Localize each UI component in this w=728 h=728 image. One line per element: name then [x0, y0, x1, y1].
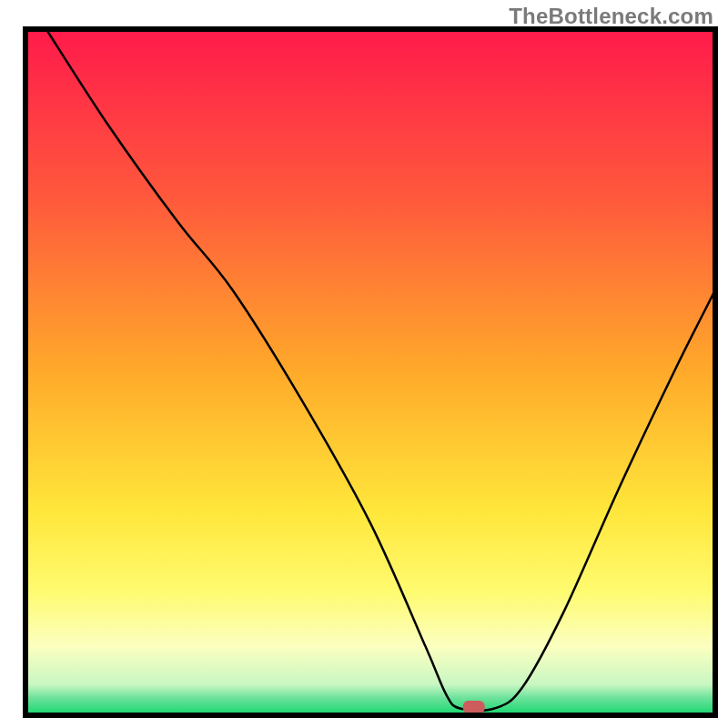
- plot-background: [25, 29, 715, 715]
- bottleneck-chart: [0, 0, 728, 728]
- optimal-marker: [463, 701, 485, 713]
- watermark-text: TheBottleneck.com: [509, 4, 713, 29]
- chart-container: TheBottleneck.com: [0, 0, 728, 728]
